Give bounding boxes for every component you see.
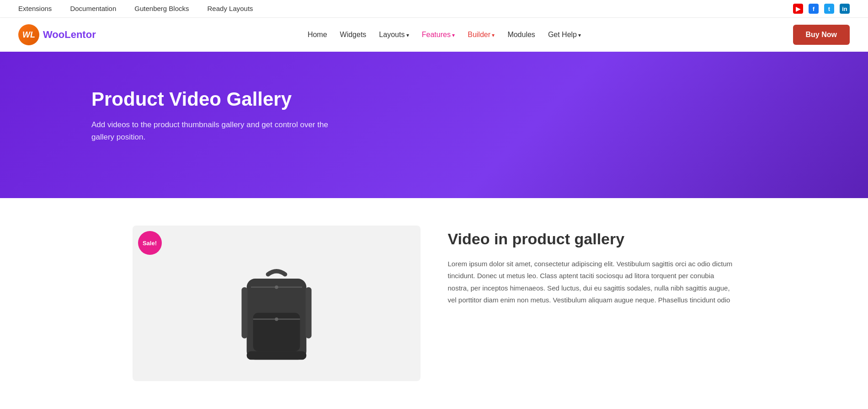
modules-link[interactable]: Modules — [507, 31, 535, 38]
product-info: Video in product gallery Lorem ipsum dol… — [448, 226, 736, 306]
svg-rect-8 — [246, 351, 306, 360]
nav-get-help[interactable]: Get Help — [548, 31, 581, 39]
nav-home[interactable]: Home — [308, 31, 327, 39]
nav-features[interactable]: Features — [422, 31, 455, 39]
hero-banner: Product Video Gallery Add videos to the … — [0, 52, 868, 198]
main-header: WL WooLentor Home Widgets Layouts Featur… — [0, 18, 868, 52]
extensions-link[interactable]: Extensions — [18, 5, 52, 12]
nav-widgets[interactable]: Widgets — [340, 31, 367, 39]
top-nav-item[interactable]: Gutenberg Blocks — [134, 5, 189, 13]
svg-rect-7 — [305, 287, 311, 339]
backpack-illustration — [217, 253, 336, 381]
content-section: Sale! — [114, 198, 754, 409]
logo-lentor: Lentor — [64, 29, 96, 40]
linkedin-icon[interactable]: in — [840, 4, 850, 14]
facebook-icon[interactable]: f — [809, 4, 819, 14]
top-nav-item[interactable]: Ready Layouts — [208, 5, 253, 13]
features-link[interactable]: Features — [422, 31, 455, 38]
get-help-link[interactable]: Get Help — [548, 31, 581, 38]
logo-woo: Woo — [43, 29, 64, 40]
hero-subtitle: Add videos to the product thumbnails gal… — [91, 118, 343, 143]
builder-link[interactable]: Builder — [468, 31, 495, 38]
svg-point-3 — [275, 318, 278, 321]
hero-title: Product Video Gallery — [91, 88, 366, 110]
home-link[interactable]: Home — [308, 31, 327, 38]
logo-icon: WL — [18, 24, 39, 45]
top-nav: Extensions Documentation Gutenberg Block… — [18, 5, 253, 13]
ready-layouts-link[interactable]: Ready Layouts — [208, 5, 253, 12]
widgets-link[interactable]: Widgets — [340, 31, 367, 38]
svg-point-5 — [275, 285, 278, 289]
logo-text: WooLentor — [43, 29, 96, 41]
top-nav-item[interactable]: Documentation — [70, 5, 116, 13]
product-image — [133, 226, 421, 381]
social-icons: ▶ f t in — [793, 4, 850, 14]
main-nav: Home Widgets Layouts Features Builder Mo… — [308, 31, 581, 39]
buy-now-button[interactable]: Buy Now — [793, 25, 850, 45]
svg-rect-6 — [241, 287, 247, 339]
layouts-link[interactable]: Layouts — [379, 31, 409, 38]
product-gallery: Sale! — [133, 226, 421, 381]
nav-builder[interactable]: Builder — [468, 31, 495, 39]
nav-layouts[interactable]: Layouts — [379, 31, 409, 39]
product-info-text: Lorem ipsum dolor sit amet, consectetur … — [448, 258, 736, 306]
top-nav-item[interactable]: Extensions — [18, 5, 52, 13]
logo[interactable]: WL WooLentor — [18, 24, 96, 45]
logo-initials: WL — [22, 30, 35, 40]
top-bar: Extensions Documentation Gutenberg Block… — [0, 0, 868, 18]
youtube-icon[interactable]: ▶ — [793, 4, 803, 14]
twitter-icon[interactable]: t — [824, 4, 834, 14]
nav-modules[interactable]: Modules — [507, 31, 535, 39]
documentation-link[interactable]: Documentation — [70, 5, 116, 12]
product-info-title: Video in product gallery — [448, 230, 736, 248]
sale-badge: Sale! — [138, 231, 162, 255]
gutenberg-blocks-link[interactable]: Gutenberg Blocks — [134, 5, 189, 12]
